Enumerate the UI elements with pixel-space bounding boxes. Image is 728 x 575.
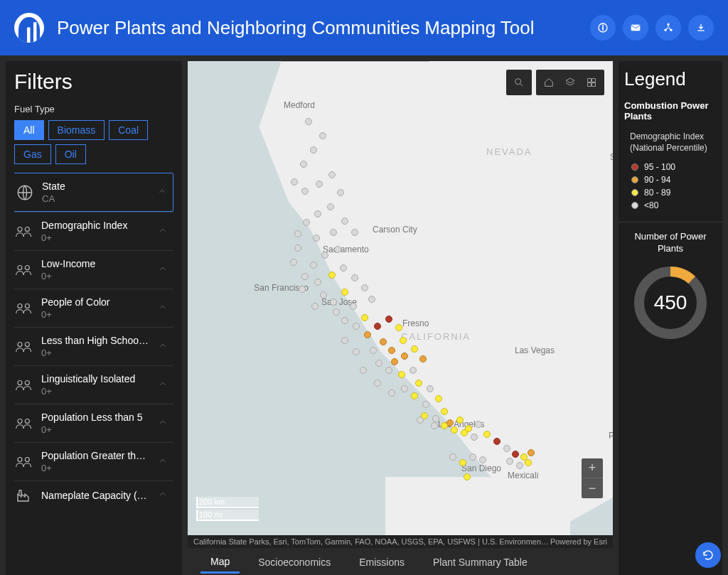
plant-marker[interactable] [351, 274, 358, 281]
plant-marker[interactable] [432, 415, 439, 422]
plant-marker[interactable] [427, 385, 434, 392]
filter-nameplate-capacity[interactable]: Nameplate Capacity (… [14, 480, 173, 510]
map-canvas[interactable]: NEVADACALIFORNIAMedfordCarson CitySacram… [188, 61, 613, 548]
filter-state[interactable]: StateCA [14, 173, 173, 212]
plant-marker[interactable] [328, 171, 336, 178]
plant-marker[interactable] [374, 380, 381, 387]
plant-marker[interactable] [422, 401, 429, 408]
plant-marker[interactable] [330, 299, 337, 306]
reset-fab[interactable] [695, 542, 721, 568]
plant-marker[interactable] [361, 314, 368, 321]
plant-marker[interactable] [464, 473, 471, 480]
plant-marker[interactable] [441, 422, 448, 429]
plant-marker[interactable] [512, 451, 519, 458]
plant-marker[interactable] [353, 348, 360, 355]
plant-marker[interactable] [451, 426, 458, 434]
tab-socioeconomics[interactable]: Socioeconomics [248, 551, 341, 572]
fuel-chip-all[interactable]: All [14, 120, 44, 140]
plant-marker[interactable] [506, 458, 513, 465]
plant-marker[interactable] [340, 264, 347, 272]
tab-emissions[interactable]: Emissions [349, 551, 414, 572]
plant-marker[interactable] [456, 417, 464, 424]
plant-marker[interactable] [525, 459, 532, 466]
plant-marker[interactable] [479, 456, 486, 463]
zoom-out-button[interactable]: − [582, 478, 603, 498]
plant-marker[interactable] [341, 289, 348, 296]
plant-marker[interactable] [316, 181, 323, 188]
plant-marker[interactable] [311, 303, 318, 310]
tab-map[interactable]: Map [200, 550, 240, 574]
plant-marker[interactable] [301, 188, 309, 195]
plant-marker[interactable] [303, 219, 310, 226]
plant-marker[interactable] [385, 316, 392, 323]
filter-less-than-high-school[interactable]: Less than High School…0+ [14, 327, 173, 365]
map-home-button[interactable] [539, 72, 559, 92]
plant-marker[interactable] [469, 453, 476, 461]
plant-marker[interactable] [333, 308, 340, 316]
plant-marker[interactable] [395, 324, 402, 331]
fuel-chip-gas[interactable]: Gas [14, 144, 51, 164]
fuel-chip-oil[interactable]: Oil [55, 144, 86, 164]
plant-marker[interactable] [493, 438, 500, 445]
plant-marker[interactable] [330, 229, 337, 236]
zoom-in-button[interactable]: + [582, 458, 603, 478]
plant-marker[interactable] [380, 338, 387, 345]
plant-marker[interactable] [417, 417, 424, 424]
plant-marker[interactable] [411, 345, 418, 353]
filter-low-income[interactable]: Low-Income0+ [14, 250, 173, 289]
plant-marker[interactable] [294, 230, 301, 237]
plant-marker[interactable] [461, 429, 468, 436]
filter-population-less-than-5[interactable]: Population Less than 50+ [14, 404, 173, 442]
plant-marker[interactable] [411, 392, 418, 399]
filter-linguistically-isolated[interactable]: Linguistically Isolated0+ [14, 365, 173, 404]
map-search-button[interactable] [509, 72, 529, 92]
plant-marker[interactable] [471, 434, 478, 441]
plant-marker[interactable] [310, 262, 317, 269]
plant-marker[interactable] [301, 273, 309, 280]
plant-marker[interactable] [320, 291, 327, 299]
plant-marker[interactable] [375, 360, 382, 367]
plant-marker[interactable] [431, 422, 438, 429]
plant-marker[interactable] [290, 259, 297, 266]
plant-marker[interactable] [291, 178, 298, 186]
share-button[interactable] [655, 15, 681, 41]
plant-marker[interactable] [483, 431, 491, 438]
plant-marker[interactable] [321, 252, 328, 259]
plant-marker[interactable] [503, 445, 510, 452]
plant-marker[interactable] [368, 296, 375, 303]
plant-marker[interactable] [400, 337, 407, 344]
info-button[interactable] [590, 15, 616, 41]
plant-marker[interactable] [299, 286, 306, 293]
plant-marker[interactable] [351, 229, 358, 236]
filter-population-greater-th[interactable]: Population Greater th…0+ [14, 442, 173, 480]
filter-people-of-color[interactable]: People of Color0+ [14, 289, 173, 327]
plant-marker[interactable] [435, 395, 442, 402]
plant-marker[interactable] [300, 161, 307, 168]
plant-marker[interactable] [310, 146, 317, 154]
plant-marker[interactable] [441, 408, 448, 415]
map-layers-button[interactable] [560, 72, 580, 92]
plant-marker[interactable] [360, 367, 367, 374]
filter-demographic-index[interactable]: Demographic Index0+ [14, 212, 173, 250]
plant-marker[interactable] [398, 371, 405, 378]
plant-marker[interactable] [341, 317, 348, 324]
plant-marker[interactable] [334, 246, 341, 253]
plant-marker[interactable] [327, 203, 334, 210]
plant-marker[interactable] [319, 132, 326, 139]
tab-plant-summary-table[interactable]: Plant Summary Table [423, 551, 537, 572]
plant-marker[interactable] [419, 355, 427, 362]
plant-marker[interactable] [385, 367, 392, 374]
email-button[interactable] [623, 15, 648, 41]
plant-marker[interactable] [370, 347, 377, 354]
map-basemap-button[interactable] [582, 72, 601, 92]
plant-marker[interactable] [415, 380, 422, 387]
plant-marker[interactable] [388, 347, 395, 354]
plant-marker[interactable] [516, 462, 523, 469]
plant-marker[interactable] [294, 244, 301, 252]
plant-marker[interactable] [410, 367, 417, 374]
plant-marker[interactable] [337, 189, 344, 196]
plant-marker[interactable] [449, 453, 456, 461]
plant-marker[interactable] [314, 210, 321, 217]
fuel-chip-biomass[interactable]: Biomass [48, 120, 105, 140]
plant-marker[interactable] [364, 331, 371, 338]
